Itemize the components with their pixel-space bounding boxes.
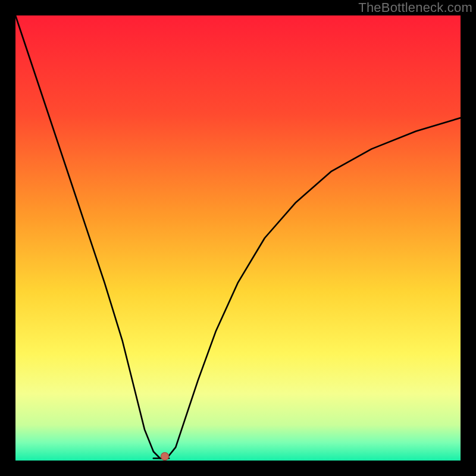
watermark-text: TheBottleneck.com <box>358 0 472 15</box>
chart-stage: TheBottleneck.com <box>0 0 476 476</box>
optimum-marker <box>161 452 169 461</box>
bottleneck-curve <box>15 15 461 461</box>
plot-area <box>15 15 461 461</box>
